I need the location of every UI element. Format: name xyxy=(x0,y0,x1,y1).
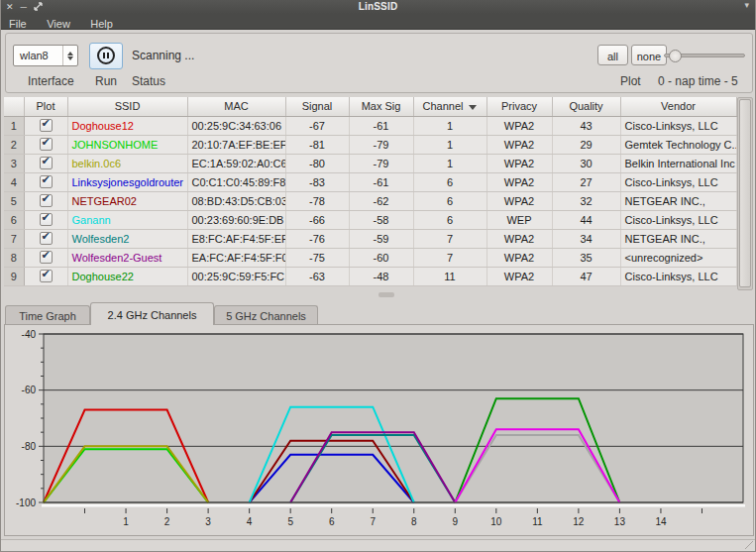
titlebar: ✕ ─ LinSSID ▾ xyxy=(1,0,755,14)
linssid-window: ✕ ─ LinSSID ▾ File View Help wlan8 Scann… xyxy=(0,0,756,552)
plot-checkbox[interactable]: ✔ xyxy=(40,232,53,245)
nap-time-slider[interactable] xyxy=(664,54,745,57)
privacy-cell: WPA2 xyxy=(486,154,552,172)
x-tick-label: 6 xyxy=(329,516,335,527)
ssid-cell: belkin.0c6 xyxy=(67,154,187,172)
table-row[interactable]: 2 ✔ JOHNSONHOME 20:10:7A:EF:BE:EF -81 -7… xyxy=(4,135,736,154)
plot-checkbox[interactable]: ✔ xyxy=(40,194,53,207)
table-row[interactable]: 7 ✔ Wolfesden2 E8:FC:AF:F4:5F:EF -76 -59… xyxy=(4,229,736,248)
table-row[interactable]: 3 ✔ belkin.0c6 EC:1A:59:02:A0:C6 -80 -79… xyxy=(4,154,736,172)
plot-cell: ✔ xyxy=(24,267,67,285)
chevron-down-icon[interactable]: ▾ xyxy=(744,0,749,10)
signal-cell: -76 xyxy=(285,229,349,248)
col-header-plot[interactable]: Plot xyxy=(24,97,67,116)
mac-cell: C0:C1:C0:45:89:F8 xyxy=(187,172,285,191)
signal-cell: -80 xyxy=(285,154,349,172)
vscroll-thumb[interactable] xyxy=(739,99,751,287)
interface-select[interactable]: wlan8 xyxy=(13,45,78,66)
vendor-cell: Cisco-Linksys, LLC xyxy=(620,172,736,191)
row-number: 6 xyxy=(4,210,24,229)
tab-5ghz-channels[interactable]: 5 GHz Channels xyxy=(214,305,318,325)
checkmark-icon: ✔ xyxy=(42,211,51,224)
interface-label: Interface xyxy=(28,74,74,88)
col-header-privacy[interactable]: Privacy xyxy=(486,97,552,116)
table-row[interactable]: 1 ✔ Doghouse12 00:25:9C:34:63:06 -67 -61… xyxy=(4,116,736,135)
table-vscrollbar[interactable] xyxy=(737,97,753,290)
checkmark-icon: ✔ xyxy=(42,230,51,243)
quality-cell: 27 xyxy=(552,172,620,191)
hscroll-thumb[interactable] xyxy=(378,292,394,297)
col-header-signal[interactable]: Signal xyxy=(285,97,349,116)
row-number: 2 xyxy=(4,135,24,154)
mac-cell: 20:10:7A:EF:BE:EF xyxy=(187,135,285,154)
menu-view[interactable]: View xyxy=(39,17,78,30)
signal-cell: -66 xyxy=(285,210,349,229)
maxsig-cell: -58 xyxy=(349,210,413,229)
mac-cell: 00:23:69:60:9E:DB xyxy=(187,210,285,229)
vendor-cell: NETGEAR INC., xyxy=(620,191,736,210)
table-hscrollbar[interactable] xyxy=(4,291,736,298)
status-label: Status xyxy=(132,74,165,88)
x-tick-label: 4 xyxy=(247,516,253,527)
x-tick-label: 5 xyxy=(287,516,293,527)
channel-cell: 6 xyxy=(413,210,486,229)
plot-checkbox[interactable]: ✔ xyxy=(40,175,53,188)
channel-cell: 1 xyxy=(413,154,486,172)
vendor-cell: Cisco-Linksys, LLC xyxy=(620,267,736,285)
channel-chart: -40-60-80-1001234567891011121314 xyxy=(5,325,755,537)
table-header-row: Plot SSID MAC Signal Max Sig Channel Pri… xyxy=(4,97,736,116)
channel-cell: 11 xyxy=(413,267,486,285)
channel-cell: 6 xyxy=(413,172,486,191)
ssid-cell: Doghouse22 xyxy=(67,267,187,285)
checkmark-icon: ✔ xyxy=(42,268,51,280)
checkmark-icon: ✔ xyxy=(42,249,51,262)
col-header-mac[interactable]: MAC xyxy=(187,97,285,116)
x-tick-label: 14 xyxy=(655,516,667,527)
mac-cell: EC:1A:59:02:A0:C6 xyxy=(187,154,285,172)
resize-grip[interactable] xyxy=(745,541,753,549)
table-row[interactable]: 8 ✔ Wolfesden2-Guest EA:FC:AF:F4:5F:F0 -… xyxy=(4,248,736,267)
col-header-ssid[interactable]: SSID xyxy=(67,97,187,116)
menu-file[interactable]: File xyxy=(1,17,35,30)
ssid-cell: JOHNSONHOME xyxy=(67,135,187,154)
menu-help[interactable]: Help xyxy=(82,17,121,30)
status-value: Scanning ... xyxy=(132,49,194,62)
col-header-vendor[interactable]: Vendor xyxy=(620,97,736,116)
plot-cell: ✔ xyxy=(24,210,67,229)
plot-checkbox[interactable]: ✔ xyxy=(40,157,53,169)
signal-cell: -63 xyxy=(285,267,349,285)
col-header-quality[interactable]: Quality xyxy=(552,97,620,116)
spinner-arrows-icon[interactable] xyxy=(62,46,77,65)
vendor-cell: Belkin International Inc xyxy=(620,154,736,172)
quality-cell: 30 xyxy=(552,154,620,172)
x-tick-label: 7 xyxy=(370,516,376,527)
plot-checkbox[interactable]: ✔ xyxy=(40,270,53,282)
mac-cell: E8:FC:AF:F4:5F:EF xyxy=(187,229,285,248)
privacy-cell: WPA2 xyxy=(486,229,552,248)
tab-time-graph[interactable]: Time Graph xyxy=(5,305,90,325)
plot-cell: ✔ xyxy=(24,248,67,267)
run-pause-button[interactable] xyxy=(89,43,123,69)
maxsig-cell: -60 xyxy=(349,248,413,267)
plot-checkbox[interactable]: ✔ xyxy=(40,119,53,132)
table-row[interactable]: 9 ✔ Doghouse22 00:25:9C:59:F5:FC -63 -48… xyxy=(4,267,736,285)
table-row[interactable]: 5 ✔ NETGEAR02 08:BD:43:D5:CB:03 -78 -62 … xyxy=(4,191,736,210)
slider-handle[interactable] xyxy=(669,50,682,62)
plot-cell: ✔ xyxy=(24,116,67,135)
col-header-channel[interactable]: Channel xyxy=(413,97,486,116)
plot-none-button[interactable]: none xyxy=(631,45,667,65)
table-row[interactable]: 4 ✔ Linksysjonesgoldrouter C0:C1:C0:45:8… xyxy=(4,172,736,191)
col-header-maxsig[interactable]: Max Sig xyxy=(349,97,413,116)
privacy-cell: WPA2 xyxy=(486,248,552,267)
plot-all-button[interactable]: all xyxy=(597,45,628,65)
x-tick-label: 8 xyxy=(411,516,417,527)
signal-cell: -83 xyxy=(285,172,349,191)
networks-table: Plot SSID MAC Signal Max Sig Channel Pri… xyxy=(4,97,753,295)
plot-checkbox[interactable]: ✔ xyxy=(40,138,53,151)
plot-checkbox[interactable]: ✔ xyxy=(40,251,53,264)
tab-24ghz-channels[interactable]: 2.4 GHz Channels xyxy=(90,302,214,325)
x-tick-label: 12 xyxy=(573,516,585,527)
row-number: 5 xyxy=(4,191,24,210)
plot-checkbox[interactable]: ✔ xyxy=(40,213,53,226)
table-row[interactable]: 6 ✔ Ganann 00:23:69:60:9E:DB -66 -58 6 W… xyxy=(4,210,736,229)
